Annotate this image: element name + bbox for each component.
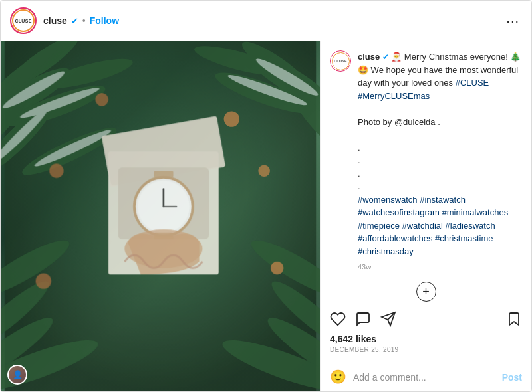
add-circle-button[interactable]: + [416,282,436,302]
post-caption-area: CLUSE cluse ✔ 🎅 Merry Christmas everyone… [321,41,531,276]
heart-icon [330,311,346,327]
comment-input[interactable] [353,372,502,383]
post-body: 👤 CLUSE cluse ✔ 🎅 Merry Christmas everyo… [1,41,531,391]
post-comment-button[interactable]: Post [502,372,522,383]
caption-verified-icon: ✔ [382,52,391,62]
follow-button[interactable]: Follow [90,15,119,26]
header-info: cluse ✔ • Follow [43,15,503,26]
post-image: 👤 [1,41,320,391]
comment-icon [355,311,371,327]
caption-body: 🎅 Merry Christmas everyone! 🎄 🤩 We hope … [358,52,521,256]
share-icon [380,311,396,327]
save-button[interactable] [506,311,522,330]
like-button[interactable] [330,311,346,330]
verified-icon: ✔ [71,16,78,26]
post-actions: + [321,276,531,363]
svg-point-29 [224,111,239,126]
svg-point-31 [258,165,270,177]
image-background: 👤 [1,41,320,391]
caption-username[interactable]: cluse [358,52,380,62]
action-icons-row [330,311,522,330]
caption-text-block: cluse ✔ 🎅 Merry Christmas everyone! 🎄 🤩 … [358,50,522,269]
comment-input-area: 🙂 Post [321,363,531,391]
header-avatar[interactable]: CLUSE [10,7,37,34]
emoji-icon[interactable]: 🙂 [330,369,346,385]
instagram-post: CLUSE cluse ✔ • Follow ··· [0,0,532,392]
svg-point-34 [36,273,51,288]
svg-rect-43 [154,171,173,177]
post-date: DECEMBER 25, 2019 [330,346,522,353]
more-options-button[interactable]: ··· [503,13,522,29]
bookmark-icon [506,311,522,327]
user-avatar: 👤 [7,365,27,385]
likes-count: 4,642 likes [330,334,522,344]
post-right-panel: CLUSE cluse ✔ 🎅 Merry Christmas everyone… [320,41,531,391]
tree-svg [1,41,320,391]
header-username[interactable]: cluse [43,15,67,26]
post-timestamp: 43w [358,262,522,269]
share-button[interactable] [380,311,396,330]
avatar-logo-inner: CLUSE [12,9,35,32]
dot-separator: • [82,15,86,26]
add-circle-section: + [330,282,522,307]
svg-point-33 [271,262,284,275]
comment-button[interactable] [355,311,371,330]
caption-avatar-inner: CLUSE [332,52,350,70]
svg-point-30 [95,93,108,106]
svg-point-32 [49,163,63,177]
post-header: CLUSE cluse ✔ • Follow ··· [1,1,531,41]
caption-avatar[interactable]: CLUSE [330,50,351,72]
